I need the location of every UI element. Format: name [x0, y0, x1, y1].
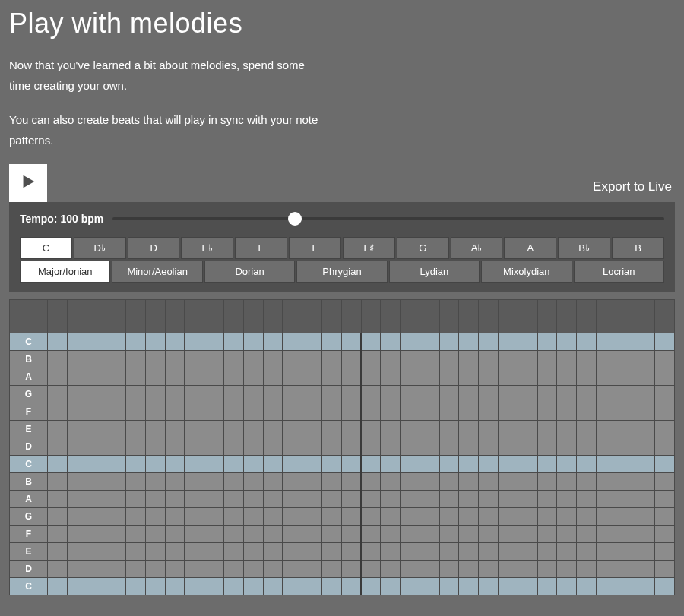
- note-cell[interactable]: [655, 421, 675, 438]
- note-cell[interactable]: [87, 508, 106, 526]
- note-cell[interactable]: [126, 456, 146, 473]
- note-cell[interactable]: [498, 456, 518, 473]
- note-cell[interactable]: [518, 333, 537, 351]
- note-cell[interactable]: [577, 526, 597, 543]
- note-cell[interactable]: [401, 526, 420, 543]
- note-cell[interactable]: [341, 526, 361, 543]
- note-cell[interactable]: [224, 473, 244, 491]
- note-cell[interactable]: [165, 561, 185, 578]
- note-cell[interactable]: [635, 368, 655, 386]
- note-cell[interactable]: [616, 438, 635, 456]
- note-cell[interactable]: [518, 491, 537, 508]
- note-cell[interactable]: [459, 438, 479, 456]
- note-cell[interactable]: [420, 421, 439, 438]
- note-cell[interactable]: [204, 578, 224, 595]
- note-cell[interactable]: [224, 578, 244, 595]
- note-cell[interactable]: [204, 526, 224, 543]
- note-cell[interactable]: [302, 473, 322, 491]
- note-cell[interactable]: [537, 386, 557, 403]
- note-cell[interactable]: [321, 473, 341, 491]
- note-cell[interactable]: [145, 403, 165, 421]
- note-cell[interactable]: [635, 333, 655, 351]
- note-cell[interactable]: [420, 386, 439, 403]
- note-cell[interactable]: [635, 403, 655, 421]
- note-cell[interactable]: [577, 403, 597, 421]
- note-cell[interactable]: [341, 456, 361, 473]
- note-cell[interactable]: [557, 578, 577, 595]
- key-cell[interactable]: F: [289, 237, 341, 259]
- note-cell[interactable]: [577, 386, 597, 403]
- note-cell[interactable]: [439, 543, 459, 561]
- note-cell[interactable]: [420, 526, 439, 543]
- note-cell[interactable]: [459, 456, 479, 473]
- note-cell[interactable]: [67, 438, 87, 456]
- note-cell[interactable]: [439, 508, 459, 526]
- note-cell[interactable]: [381, 561, 401, 578]
- note-cell[interactable]: [655, 561, 675, 578]
- note-cell[interactable]: [106, 561, 126, 578]
- note-cell[interactable]: [321, 543, 341, 561]
- note-cell[interactable]: [420, 456, 439, 473]
- note-cell[interactable]: [106, 526, 126, 543]
- note-cell[interactable]: [165, 578, 185, 595]
- note-cell[interactable]: [283, 543, 302, 561]
- note-cell[interactable]: [537, 403, 557, 421]
- note-cell[interactable]: [498, 508, 518, 526]
- note-cell[interactable]: [635, 491, 655, 508]
- note-cell[interactable]: [302, 403, 322, 421]
- note-cell[interactable]: [145, 438, 165, 456]
- note-cell[interactable]: [577, 351, 597, 368]
- note-cell[interactable]: [596, 526, 616, 543]
- note-cell[interactable]: [106, 333, 126, 351]
- note-cell[interactable]: [87, 421, 106, 438]
- note-cell[interactable]: [145, 351, 165, 368]
- note-cell[interactable]: [321, 421, 341, 438]
- note-cell[interactable]: [479, 526, 499, 543]
- key-cell[interactable]: C: [20, 237, 72, 259]
- note-cell[interactable]: [145, 386, 165, 403]
- note-cell[interactable]: [106, 473, 126, 491]
- note-cell[interactable]: [302, 561, 322, 578]
- note-cell[interactable]: [224, 561, 244, 578]
- note-cell[interactable]: [537, 368, 557, 386]
- note-cell[interactable]: [361, 508, 381, 526]
- note-cell[interactable]: [655, 368, 675, 386]
- note-cell[interactable]: [381, 473, 401, 491]
- note-cell[interactable]: [381, 386, 401, 403]
- note-cell[interactable]: [557, 386, 577, 403]
- note-cell[interactable]: [616, 508, 635, 526]
- note-cell[interactable]: [655, 473, 675, 491]
- note-cell[interactable]: [577, 508, 597, 526]
- note-cell[interactable]: [204, 561, 224, 578]
- note-cell[interactable]: [106, 456, 126, 473]
- note-cell[interactable]: [401, 351, 420, 368]
- note-cell[interactable]: [67, 491, 87, 508]
- note-cell[interactable]: [145, 421, 165, 438]
- note-cell[interactable]: [577, 578, 597, 595]
- note-cell[interactable]: [459, 543, 479, 561]
- note-cell[interactable]: [48, 543, 68, 561]
- note-cell[interactable]: [518, 421, 537, 438]
- note-cell[interactable]: [321, 491, 341, 508]
- note-cell[interactable]: [87, 368, 106, 386]
- note-cell[interactable]: [283, 403, 302, 421]
- note-cell[interactable]: [67, 386, 87, 403]
- note-cell[interactable]: [204, 508, 224, 526]
- play-button[interactable]: [9, 164, 47, 202]
- note-cell[interactable]: [165, 438, 185, 456]
- note-cell[interactable]: [341, 351, 361, 368]
- note-cell[interactable]: [577, 491, 597, 508]
- note-cell[interactable]: [537, 421, 557, 438]
- note-cell[interactable]: [48, 421, 68, 438]
- note-cell[interactable]: [185, 508, 204, 526]
- note-cell[interactable]: [401, 578, 420, 595]
- note-cell[interactable]: [439, 473, 459, 491]
- note-cell[interactable]: [616, 333, 635, 351]
- key-cell[interactable]: A♭: [451, 237, 503, 259]
- note-cell[interactable]: [48, 508, 68, 526]
- note-cell[interactable]: [283, 578, 302, 595]
- note-cell[interactable]: [381, 543, 401, 561]
- note-cell[interactable]: [48, 578, 68, 595]
- note-cell[interactable]: [145, 578, 165, 595]
- note-cell[interactable]: [67, 543, 87, 561]
